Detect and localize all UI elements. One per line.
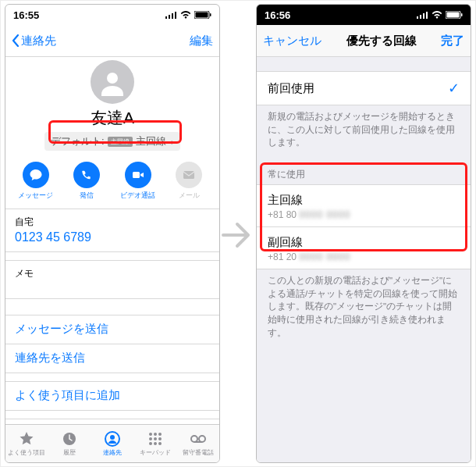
memo-cell[interactable]: メモ — [5, 261, 219, 298]
mail-icon — [182, 168, 196, 182]
nav-edit-button[interactable]: 編集 — [190, 34, 213, 48]
chevron-right-icon: › — [171, 136, 174, 148]
nav-bar: キャンセル 優先する回線 完了 — [257, 25, 471, 57]
tab-recents-label: 履歴 — [63, 448, 76, 457]
home-number: 0123 45 6789 — [15, 230, 210, 244]
links-section: メッセージを送信 連絡先を送信 — [5, 315, 219, 373]
svg-rect-5 — [196, 12, 208, 18]
svg-point-15 — [158, 433, 162, 436]
nav-back-label: 連絡先 — [21, 34, 56, 48]
clock-icon — [61, 430, 78, 447]
signal-icon — [165, 11, 177, 19]
phone-home-cell[interactable]: 自宅 0123 45 6789 — [5, 209, 219, 251]
status-time: 16:55 — [13, 9, 39, 21]
star-icon — [18, 430, 35, 447]
wifi-icon — [180, 11, 191, 19]
person-icon — [98, 68, 126, 96]
svg-rect-8 — [133, 172, 140, 178]
contact-name: 友達A — [91, 107, 134, 129]
hint-last-used: 新規の電話およびメッセージを開始するときに、この人に対して前回使用した回線を使用… — [257, 105, 471, 157]
last-used-cell[interactable]: 前回使用 ✓ — [257, 71, 471, 105]
tab-voicemail-label: 留守番電話 — [183, 448, 214, 457]
status-icons — [417, 11, 463, 19]
nav-back-button[interactable]: 連絡先 — [12, 34, 56, 48]
video-icon — [131, 168, 145, 182]
hint-always: この人との新規の電話および"メッセージ"による通話/チャットを特定の回線を使って… — [257, 269, 471, 347]
svg-point-12 — [110, 435, 115, 440]
secondary-line-cell[interactable]: 副回線 +81 20 0000 0000 — [257, 226, 471, 269]
tab-favorites-label: よく使う項目 — [8, 448, 45, 457]
svg-rect-0 — [165, 16, 167, 19]
tab-favorites[interactable]: よく使う項目 — [5, 425, 48, 462]
send-message-link[interactable]: メッセージを送信 — [5, 315, 219, 344]
tab-contacts[interactable]: 連絡先 — [91, 425, 134, 462]
share-contact-link[interactable]: 連絡先を送信 — [5, 344, 219, 373]
memo-section: メモ — [5, 260, 219, 299]
arrow-right-icon — [220, 219, 256, 251]
svg-rect-30 — [447, 12, 460, 18]
phone-icon — [80, 168, 94, 182]
tab-contacts-label: 連絡先 — [103, 448, 122, 457]
default-line-button[interactable]: デフォルト: 主回線 主回線 › — [44, 132, 180, 151]
nav-title: 優先する回線 — [346, 34, 417, 48]
svg-rect-6 — [210, 13, 211, 16]
call-action[interactable]: 発信 — [66, 162, 108, 201]
memo-label: メモ — [15, 267, 210, 280]
chevron-left-icon — [12, 34, 20, 47]
action-row: メッセージ 発信 ビデオ通話 メール — [5, 157, 219, 209]
svg-rect-3 — [175, 12, 176, 19]
battery-icon — [194, 11, 211, 19]
video-label: ビデオ通話 — [120, 191, 155, 201]
svg-rect-31 — [461, 13, 463, 16]
battery-icon — [446, 11, 463, 19]
default-badge: 主回線 — [108, 137, 133, 147]
keypad-icon — [147, 430, 164, 447]
status-time: 16:56 — [265, 9, 290, 21]
svg-point-16 — [149, 437, 152, 440]
tab-keypad[interactable]: キーパッド — [133, 425, 176, 462]
call-label: 発信 — [80, 191, 94, 201]
svg-point-18 — [158, 437, 162, 440]
contact-icon — [104, 430, 121, 447]
video-action[interactable]: ビデオ通話 — [117, 162, 159, 201]
svg-point-13 — [149, 433, 152, 436]
secondary-title: 副回線 — [268, 235, 460, 250]
svg-point-20 — [154, 442, 157, 445]
always-header: 常に使用 — [257, 157, 471, 184]
svg-rect-27 — [423, 13, 424, 19]
tab-bar: よく使う項目 履歴 連絡先 キーパッド 留守番電話 — [5, 424, 219, 462]
tab-recents[interactable]: 履歴 — [48, 425, 91, 462]
message-label: メッセージ — [18, 191, 53, 201]
nav-cancel-button[interactable]: キャンセル — [263, 34, 321, 48]
svg-point-23 — [199, 436, 205, 442]
phone-contact-detail: 16:55 連絡先 編集 友達A デフォルト: 主回線 主回線 — [5, 4, 220, 463]
nav-done-button[interactable]: 完了 — [441, 34, 464, 48]
svg-point-21 — [158, 442, 162, 445]
links-section-2: よく使う項目に追加 — [5, 381, 219, 411]
svg-point-22 — [191, 436, 197, 442]
primary-line-cell[interactable]: 主回線 +81 80 0000 0000 — [257, 184, 471, 226]
default-line-value: 主回線 — [136, 134, 166, 148]
mail-action: メール — [168, 162, 210, 201]
primary-number: +81 80 0000 0000 — [268, 209, 460, 220]
status-bar: 16:56 — [257, 5, 471, 25]
voicemail-icon — [189, 430, 208, 447]
svg-rect-2 — [172, 13, 173, 19]
wifi-icon — [432, 11, 442, 19]
svg-point-7 — [107, 73, 118, 84]
svg-point-19 — [149, 442, 152, 445]
secondary-number: +81 20 0000 0000 — [268, 251, 460, 262]
phone-section: 自宅 0123 45 6789 — [5, 209, 219, 252]
home-label: 自宅 — [15, 216, 210, 229]
tab-voicemail[interactable]: 留守番電話 — [176, 425, 219, 462]
add-favorite-link[interactable]: よく使う項目に追加 — [5, 381, 219, 411]
svg-rect-25 — [417, 16, 418, 19]
nav-bar: 連絡先 編集 — [5, 25, 219, 57]
tab-keypad-label: キーパッド — [140, 448, 171, 457]
signal-icon — [417, 11, 428, 19]
avatar — [91, 60, 134, 104]
message-action[interactable]: メッセージ — [15, 162, 57, 201]
svg-rect-26 — [420, 15, 421, 19]
checkmark-icon: ✓ — [448, 80, 460, 97]
primary-title: 主回線 — [268, 193, 460, 208]
